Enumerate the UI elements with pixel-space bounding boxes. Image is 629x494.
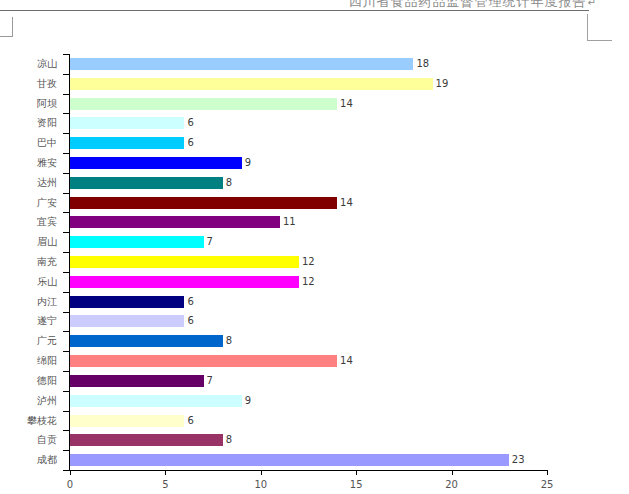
crop-mark-top-left (0, 17, 13, 37)
category-label: 巴中 (0, 133, 62, 153)
bar-row: 6 (70, 411, 547, 431)
y-axis-tick (63, 193, 69, 194)
bar-value-label: 12 (302, 277, 315, 287)
bar-value-label: 8 (226, 435, 232, 445)
bar-value-label: 8 (226, 336, 232, 346)
bar-value-label: 14 (340, 198, 353, 208)
y-axis-tick (63, 272, 69, 273)
bar-value-label: 18 (416, 59, 429, 69)
bar-row: 11 (70, 213, 547, 233)
bar (70, 375, 204, 387)
paragraph-mark-icon: ↵ (588, 0, 597, 8)
bar (70, 197, 337, 209)
bar (70, 137, 184, 149)
bar-value-label: 19 (436, 79, 449, 89)
category-label: 资阳 (0, 113, 62, 133)
y-axis-tick (63, 312, 69, 313)
bar-value-label: 6 (187, 118, 193, 128)
category-label: 甘孜 (0, 74, 62, 94)
bar (70, 58, 413, 70)
category-label: 凉山 (0, 54, 62, 74)
bar (70, 315, 184, 327)
bar-value-label: 6 (187, 416, 193, 426)
y-axis-tick (63, 391, 69, 392)
bar-row: 9 (70, 153, 547, 173)
bar-row: 6 (70, 312, 547, 332)
y-axis-tick (63, 232, 69, 233)
bar (70, 78, 433, 90)
bar-value-label: 6 (187, 297, 193, 307)
x-axis-tick-label: 0 (55, 479, 85, 490)
x-axis-tick (165, 470, 166, 475)
bar-row: 9 (70, 391, 547, 411)
y-axis-tick (63, 371, 69, 372)
bar-value-label: 6 (187, 316, 193, 326)
y-axis-tick (63, 351, 69, 352)
category-label: 眉山 (0, 232, 62, 252)
y-axis-tick (63, 252, 69, 253)
bar-value-label: 23 (512, 455, 525, 465)
bar (70, 355, 337, 367)
document-header: 四川省食品药品监督管理统计年度报告↵ (0, 0, 597, 9)
category-label: 绵阳 (0, 351, 62, 371)
bar-row: 6 (70, 113, 547, 133)
category-axis-labels: 凉山甘孜阿坝资阳巴中雅安达州广安宜宾眉山南充乐山内江遂宁广元绵阳德阳泸州攀枝花自… (0, 54, 62, 470)
category-label: 成都 (0, 450, 62, 470)
category-label: 泸州 (0, 391, 62, 411)
x-axis-tick-label: 10 (246, 479, 276, 490)
y-axis-tick (63, 54, 69, 55)
crop-mark-top-right (587, 14, 612, 41)
bar (70, 117, 184, 129)
y-axis-tick (63, 470, 69, 471)
header-rule (0, 10, 589, 11)
y-axis-tick (63, 212, 69, 213)
header-title: 四川省食品药品监督管理统计年度报告 (349, 0, 587, 9)
x-axis-tick (70, 470, 71, 475)
bar-value-label: 14 (340, 356, 353, 366)
category-label: 广安 (0, 193, 62, 213)
y-axis-tick (63, 450, 69, 451)
x-axis-tick-label: 15 (341, 479, 371, 490)
bar-row: 14 (70, 94, 547, 114)
category-label: 广元 (0, 331, 62, 351)
bar-value-label: 12 (302, 257, 315, 267)
y-axis-tick (63, 331, 69, 332)
bar (70, 415, 184, 427)
bar (70, 434, 223, 446)
bar-value-label: 14 (340, 99, 353, 109)
x-axis-tick (356, 470, 357, 475)
bar-chart[interactable]: 凉山甘孜阿坝资阳巴中雅安达州广安宜宾眉山南充乐山内江遂宁广元绵阳德阳泸州攀枝花自… (0, 54, 629, 494)
bar-value-label: 7 (207, 237, 213, 247)
bar (70, 98, 337, 110)
x-axis-tick-label: 25 (532, 479, 562, 490)
y-axis-tick (63, 153, 69, 154)
y-axis-tick (63, 133, 69, 134)
bar-value-label: 6 (187, 138, 193, 148)
x-axis-tick-label: 5 (150, 479, 180, 490)
bar-row: 19 (70, 74, 547, 94)
y-axis-tick (63, 173, 69, 174)
bar (70, 296, 184, 308)
bar-row: 18 (70, 54, 547, 74)
category-label: 自贡 (0, 430, 62, 450)
bar (70, 454, 509, 466)
bar-value-label: 11 (283, 217, 296, 227)
bar-value-label: 7 (207, 376, 213, 386)
bar-row: 7 (70, 232, 547, 252)
category-label: 遂宁 (0, 312, 62, 332)
bar-row: 23 (70, 450, 547, 470)
bar-value-label: 8 (226, 178, 232, 188)
bar (70, 157, 242, 169)
bar (70, 276, 299, 288)
x-axis-tick-label: 20 (437, 479, 467, 490)
category-label: 乐山 (0, 272, 62, 292)
bar (70, 335, 223, 347)
bar-row: 6 (70, 292, 547, 312)
y-axis-tick (63, 411, 69, 412)
bar (70, 216, 280, 228)
bar-row: 8 (70, 430, 547, 450)
x-axis-tick (547, 470, 548, 475)
bar-row: 6 (70, 133, 547, 153)
y-axis-tick (63, 430, 69, 431)
y-axis-tick (63, 74, 69, 75)
